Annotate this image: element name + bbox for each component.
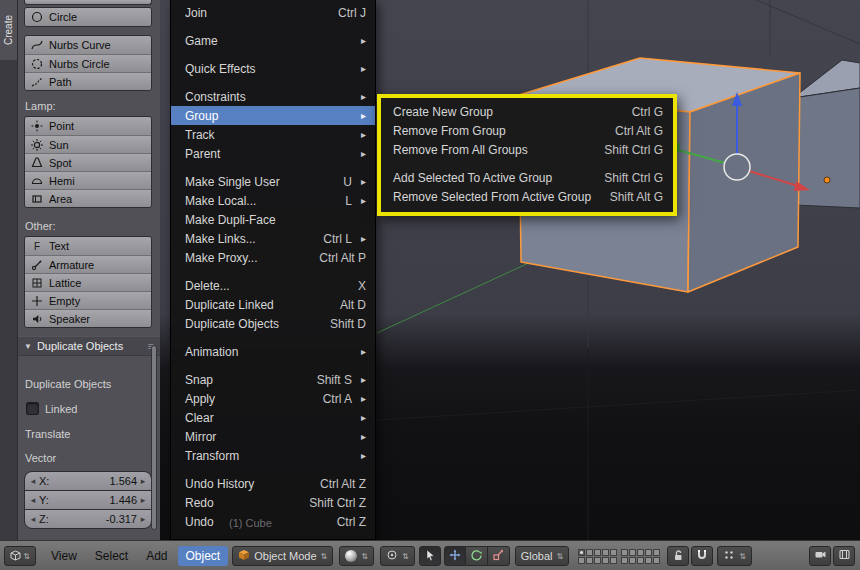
submenu-item-create-new-group[interactable]: Create New GroupCtrl G	[381, 102, 673, 121]
menu-item-make-links[interactable]: Make Links...Ctrl L▸	[171, 229, 375, 248]
layer-cell[interactable]	[629, 549, 636, 556]
layer-cell[interactable]	[621, 557, 628, 564]
layer-cell[interactable]	[645, 557, 652, 564]
increment-arrow-icon[interactable]: ▸	[139, 514, 147, 524]
hemi-lamp-icon	[30, 174, 44, 188]
header-menu-view[interactable]: View	[43, 546, 85, 566]
menu-item-make-dupli-face[interactable]: Make Dupli-Face	[171, 210, 375, 229]
layer-cell[interactable]	[586, 557, 593, 564]
layer-cell[interactable]	[610, 549, 617, 556]
tool-button-empty[interactable]: Empty	[25, 291, 151, 309]
layer-cell[interactable]	[578, 549, 585, 556]
tool-button-point[interactable]: Point	[25, 117, 151, 135]
decrement-arrow-icon[interactable]: ◂	[29, 476, 37, 486]
menu-item-make-proxy[interactable]: Make Proxy...Ctrl Alt P	[171, 248, 375, 267]
menu-item-constraints[interactable]: Constraints▸	[171, 87, 375, 106]
tool-button-nurbs-circle[interactable]: Nurbs Circle	[25, 54, 151, 72]
layer-cell[interactable]	[610, 557, 617, 564]
render-image-button[interactable]	[809, 546, 831, 566]
snap-element-dropdown[interactable]: ⇅	[717, 546, 752, 566]
mode-dropdown[interactable]: Object Mode ⇅	[232, 546, 333, 566]
menu-item-quick-effects[interactable]: Quick Effects▸	[171, 59, 375, 78]
tool-button-spot[interactable]: Spot	[25, 153, 151, 171]
snap-toggle-button[interactable]	[691, 546, 713, 566]
menu-item-undo[interactable]: UndoCtrl Z	[171, 512, 375, 531]
submenu-item-remove-from-all-groups[interactable]: Remove From All GroupsShift Ctrl G	[381, 140, 673, 159]
layer-cell[interactable]	[653, 557, 660, 564]
layer-cell[interactable]	[653, 549, 660, 556]
viewport-shading-dropdown[interactable]: ⇅	[339, 546, 374, 566]
vector-y-field[interactable]: ◂ Y: 1.446 ▸	[25, 491, 151, 509]
tool-button-speaker[interactable]: Speaker	[25, 309, 151, 327]
submenu-item-remove-selected-from-active-group[interactable]: Remove Selected From Active GroupShift A…	[381, 187, 673, 206]
layer-cell[interactable]	[637, 549, 644, 556]
render-animation-button[interactable]	[833, 546, 855, 566]
tool-button-sun[interactable]: Sun	[25, 135, 151, 153]
menu-item-group[interactable]: Group▸	[171, 106, 375, 125]
menu-item-apply[interactable]: ApplyCtrl A▸	[171, 389, 375, 408]
menu-item-transform[interactable]: Transform▸	[171, 446, 375, 465]
menu-item-join[interactable]: JoinCtrl J	[171, 3, 375, 22]
layer-cell[interactable]	[602, 549, 609, 556]
transform-orientation-dropdown[interactable]: Global ⇅	[515, 546, 570, 566]
submenu-arrow-icon: ▸	[357, 196, 366, 206]
lock-to-scene-button[interactable]	[667, 546, 689, 566]
submenu-item-add-selected-to-active-group[interactable]: Add Selected To Active GroupShift Ctrl G	[381, 168, 673, 187]
tool-button-armature[interactable]: Armature	[25, 255, 151, 273]
menu-item-game[interactable]: Game▸	[171, 31, 375, 50]
menu-item-mirror[interactable]: Mirror▸	[171, 427, 375, 446]
viewport-header-bar: ⇅ View Select Add Object Object Mode ⇅ ⇅…	[0, 540, 860, 570]
layer-cell[interactable]	[602, 557, 609, 564]
tool-button-hemi[interactable]: Hemi	[25, 171, 151, 189]
menu-item-duplicate-linked[interactable]: Duplicate LinkedAlt D	[171, 295, 375, 314]
tool-button-area[interactable]: Area	[25, 189, 151, 207]
pivot-point-dropdown[interactable]: ⇅	[380, 546, 415, 566]
layer-cell[interactable]	[621, 549, 628, 556]
decrement-arrow-icon[interactable]: ◂	[29, 514, 37, 524]
menu-item-animation[interactable]: Animation▸	[171, 342, 375, 361]
menu-item-redo[interactable]: RedoShift Ctrl Z	[171, 493, 375, 512]
increment-arrow-icon[interactable]: ▸	[139, 476, 147, 486]
manipulator-toggle-button[interactable]	[419, 546, 441, 566]
duplicate-objects-panel-header[interactable]: ▼ Duplicate Objects ≡	[18, 336, 160, 356]
layer-cell[interactable]	[645, 549, 652, 556]
vector-x-field[interactable]: ◂ X: 1.564 ▸	[25, 472, 151, 490]
editor-type-button[interactable]: ⇅	[4, 546, 36, 566]
translate-manipulator-button[interactable]	[444, 546, 466, 566]
menu-item-snap[interactable]: SnapShift S▸	[171, 370, 375, 389]
layer-cell[interactable]	[594, 549, 601, 556]
tool-button-text[interactable]: F Text	[25, 237, 151, 255]
vector-z-field[interactable]: ◂ Z: -0.317 ▸	[25, 510, 151, 528]
increment-arrow-icon[interactable]: ▸	[139, 495, 147, 505]
submenu-arrow-icon: ▸	[357, 64, 366, 74]
menu-item-make-local[interactable]: Make Local...L▸	[171, 191, 375, 210]
layer-cell[interactable]	[637, 557, 644, 564]
tab-create[interactable]: Create	[0, 0, 17, 60]
menu-item-undo-history[interactable]: Undo HistoryCtrl Alt Z	[171, 474, 375, 493]
tool-button-lattice[interactable]: Lattice	[25, 273, 151, 291]
tool-button-path[interactable]: Path	[25, 72, 151, 90]
clipped-tool-button[interactable]	[24, 0, 152, 5]
header-menu-select[interactable]: Select	[87, 546, 136, 566]
menu-item-parent[interactable]: Parent▸	[171, 144, 375, 163]
scale-manipulator-button[interactable]	[488, 546, 510, 566]
linked-checkbox[interactable]	[26, 402, 39, 415]
menu-item-delete[interactable]: Delete...X	[171, 276, 375, 295]
shelf-scrollbar[interactable]	[151, 345, 157, 530]
layer-cell[interactable]	[586, 549, 593, 556]
menu-item-track[interactable]: Track▸	[171, 125, 375, 144]
layer-cell[interactable]	[578, 557, 585, 564]
layer-cell[interactable]	[629, 557, 636, 564]
header-menu-object[interactable]: Object	[178, 546, 229, 566]
header-menu-add[interactable]: Add	[138, 546, 175, 566]
menu-item-duplicate-objects[interactable]: Duplicate ObjectsShift D	[171, 314, 375, 333]
collapse-triangle-icon[interactable]: ▼	[24, 342, 32, 351]
tool-button-nurbs-curve[interactable]: Nurbs Curve	[25, 36, 151, 54]
menu-item-clear[interactable]: Clear▸	[171, 408, 375, 427]
decrement-arrow-icon[interactable]: ◂	[29, 495, 37, 505]
submenu-item-remove-from-group[interactable]: Remove From GroupCtrl Alt G	[381, 121, 673, 140]
rotate-manipulator-button[interactable]	[466, 546, 488, 566]
layer-cell[interactable]	[594, 557, 601, 564]
tool-button-circle[interactable]: Circle	[25, 8, 151, 26]
menu-item-make-single-user[interactable]: Make Single UserU▸	[171, 172, 375, 191]
